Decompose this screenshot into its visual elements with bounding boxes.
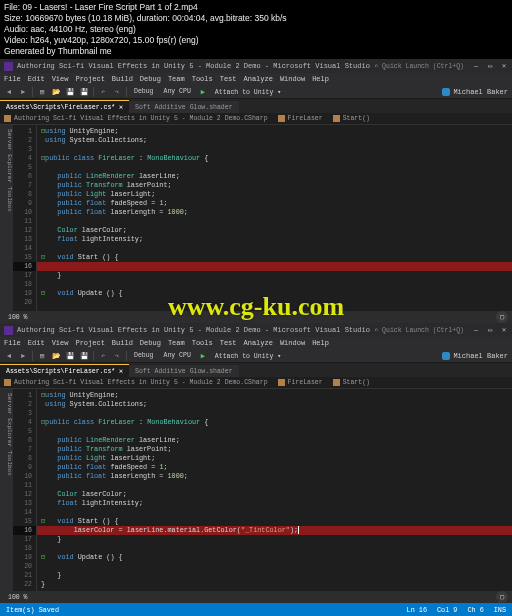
menu-file[interactable]: File [4,339,21,347]
code-line[interactable]: public LineRenderer laserLine; [37,172,512,181]
menu-analyze[interactable]: Analyze [244,339,273,347]
attach-unity[interactable]: Attach to Unity ▾ [212,352,284,360]
maximize-button[interactable]: ▭ [486,326,494,334]
redo-icon[interactable]: ↷ [112,87,122,97]
menu-file[interactable]: File [4,75,21,83]
code-line[interactable] [37,280,512,289]
code-line[interactable]: } [37,535,512,544]
code-line[interactable] [37,217,512,226]
code-line[interactable]: public float laserLength = 1000; [37,472,512,481]
menu-edit[interactable]: Edit [28,75,45,83]
scroll-indicator-icon[interactable]: ▢ [496,591,508,603]
attach-unity[interactable]: Attach to Unity ▾ [212,88,284,96]
code-line[interactable]: float lightIntensity; [37,499,512,508]
code-area[interactable]: ⊟using UnityEngine; using System.Collect… [37,125,512,311]
new-file-icon[interactable]: ▤ [37,351,47,361]
code-line[interactable]: } [37,571,512,580]
scroll-indicator-icon[interactable]: ▢ [496,311,508,323]
code-area[interactable]: ⊟using UnityEngine; using System.Collect… [37,389,512,591]
menu-tools[interactable]: Tools [192,339,213,347]
config-platform[interactable]: Any CPU [161,352,194,359]
crumb-namespace[interactable]: Authoring Sci-fi Visual Effects in Unity… [4,115,268,122]
nav-fwd-icon[interactable]: ► [18,87,28,97]
menu-build[interactable]: Build [112,75,133,83]
code-line[interactable] [37,298,512,307]
left-toolwindow[interactable]: Server Explorer Toolbox [0,125,13,311]
code-line[interactable]: public Light laserLight; [37,454,512,463]
new-file-icon[interactable]: ▤ [37,87,47,97]
code-line[interactable] [37,145,512,154]
crumb-method[interactable]: Start() [333,115,370,122]
code-line[interactable]: using System.Collections; [37,400,512,409]
code-line[interactable]: ⊟using UnityEngine; [37,391,512,400]
minimize-button[interactable]: — [472,62,480,70]
crumb-method[interactable]: Start() [333,379,370,386]
menu-test[interactable]: Test [220,75,237,83]
undo-icon[interactable]: ↶ [98,351,108,361]
open-file-icon[interactable]: 📂 [51,87,61,97]
tab-firelaser[interactable]: Assets\Scripts\FireLaser.cs* ✕ [0,364,129,377]
quick-launch[interactable]: ⌕ Quick Launch (Ctrl+Q) [374,326,464,334]
code-line[interactable]: } [37,580,512,589]
menu-help[interactable]: Help [312,339,329,347]
zoom-level[interactable]: 100 % [4,314,32,321]
tab-firelaser[interactable]: Assets\Scripts\FireLaser.cs* ✕ [0,100,129,113]
code-line[interactable] [37,262,512,271]
menu-team[interactable]: Team [168,75,185,83]
user-account[interactable]: Michael Baker [442,352,508,360]
nav-back-icon[interactable]: ◄ [4,87,14,97]
code-line[interactable] [37,244,512,253]
menu-window[interactable]: Window [280,75,305,83]
menu-view[interactable]: View [52,75,69,83]
code-line[interactable]: public Light laserLight; [37,190,512,199]
save-all-icon[interactable]: 💾 [79,87,89,97]
code-line[interactable]: ⊟ void Update () { [37,289,512,298]
quick-launch[interactable]: ⌕ Quick Launch (Ctrl+Q) [374,62,464,70]
code-line[interactable] [37,409,512,418]
code-line[interactable]: public float fadeSpeed = 1; [37,463,512,472]
menu-analyze[interactable]: Analyze [244,75,273,83]
code-line[interactable]: ⊟using UnityEngine; [37,127,512,136]
config-platform[interactable]: Any CPU [161,88,194,95]
code-line[interactable]: ⊟ void Start () { [37,253,512,262]
user-account[interactable]: Michael Baker [442,88,508,96]
config-debug[interactable]: Debug [131,88,157,95]
code-line[interactable] [37,508,512,517]
zoom-level[interactable]: 100 % [4,594,32,601]
crumb-namespace[interactable]: Authoring Sci-fi Visual Effects in Unity… [4,379,268,386]
minimize-button[interactable]: — [472,326,480,334]
save-icon[interactable]: 💾 [65,351,75,361]
menu-team[interactable]: Team [168,339,185,347]
code-line[interactable]: ⊟ void Start () { [37,517,512,526]
code-line[interactable]: ⊟public class FireLaser : MonoBehaviour … [37,418,512,427]
menu-project[interactable]: Project [75,339,104,347]
menu-debug[interactable]: Debug [140,75,161,83]
code-line[interactable]: public float fadeSpeed = 1; [37,199,512,208]
code-line[interactable] [37,562,512,571]
menu-edit[interactable]: Edit [28,339,45,347]
code-line[interactable]: ⊟public class FireLaser : MonoBehaviour … [37,154,512,163]
close-button[interactable]: ✕ [500,326,508,334]
code-line[interactable]: ⊟ void Update () { [37,553,512,562]
code-line[interactable]: } [37,271,512,280]
menu-help[interactable]: Help [312,75,329,83]
nav-back-icon[interactable]: ◄ [4,351,14,361]
menu-test[interactable]: Test [220,339,237,347]
save-all-icon[interactable]: 💾 [79,351,89,361]
undo-icon[interactable]: ↶ [98,87,108,97]
menu-window[interactable]: Window [280,339,305,347]
code-line[interactable] [37,481,512,490]
tab-shader[interactable]: Soft Additive Glow.shader [129,101,239,113]
code-line[interactable]: public Transform laserPoint; [37,181,512,190]
menu-view[interactable]: View [52,339,69,347]
menu-build[interactable]: Build [112,339,133,347]
menu-project[interactable]: Project [75,75,104,83]
code-line[interactable]: float lightIntensity; [37,235,512,244]
code-line[interactable] [37,544,512,553]
code-line[interactable] [37,163,512,172]
code-line[interactable]: laserColor = laserLine.material.GetColor… [37,526,512,535]
maximize-button[interactable]: ▭ [486,62,494,70]
open-file-icon[interactable]: 📂 [51,351,61,361]
play-icon[interactable]: ▶ [198,351,208,361]
tab-shader[interactable]: Soft Additive Glow.shader [129,365,239,377]
